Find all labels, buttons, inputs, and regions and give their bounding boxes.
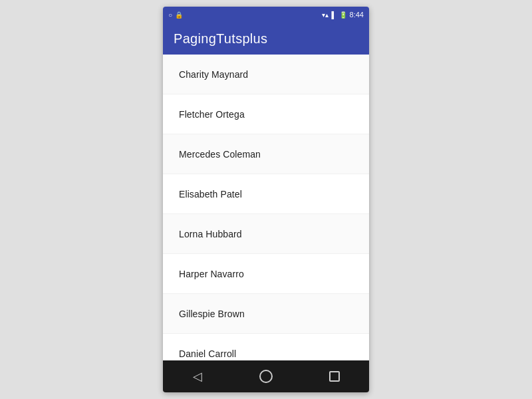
list-item[interactable]: Charity Maynard: [163, 55, 369, 94]
list-item-text: Charity Maynard: [179, 69, 248, 80]
list-item[interactable]: Mercedes Coleman: [163, 134, 369, 174]
back-icon: ◁: [193, 369, 202, 384]
phone-frame: ○ 🔒 ▾▴ ▌ 🔋 8:44 PagingTutsplus Charity M…: [163, 7, 369, 392]
wifi-icon: ▾▴: [322, 11, 329, 19]
list-item-text: Elisabeth Patel: [179, 189, 242, 200]
list-item[interactable]: Daniel Carroll: [163, 334, 369, 360]
list-item-text: Daniel Carroll: [179, 348, 236, 359]
recents-icon: [329, 371, 340, 382]
bottom-nav: ◁: [163, 360, 369, 392]
list-item-text: Lorna Hubbard: [179, 229, 242, 239]
list-item-text: Fletcher Ortega: [179, 109, 245, 120]
list-item[interactable]: Lorna Hubbard: [163, 214, 369, 254]
status-bar-right: ▾▴ ▌ 🔋 8:44: [322, 11, 364, 19]
app-title: PagingTutsplus: [174, 31, 267, 47]
home-button[interactable]: [253, 363, 279, 390]
list-item-text: Mercedes Coleman: [179, 149, 261, 160]
home-icon: [259, 370, 273, 383]
list-item-text: Gillespie Brown: [179, 309, 245, 319]
list-container[interactable]: Charity Maynard Fletcher Ortega Mercedes…: [163, 55, 369, 360]
signal-icon: ▌: [331, 11, 336, 19]
list-item[interactable]: Elisabeth Patel: [163, 174, 369, 214]
list-item[interactable]: Fletcher Ortega: [163, 94, 369, 134]
status-bar-left: ○ 🔒: [168, 11, 183, 19]
status-time: 8:44: [350, 11, 364, 19]
back-button[interactable]: ◁: [184, 363, 211, 390]
list-item[interactable]: Harper Navarro: [163, 254, 369, 294]
list-item-text: Harper Navarro: [179, 269, 244, 279]
recents-button[interactable]: [321, 363, 348, 390]
app-bar: PagingTutsplus: [163, 23, 369, 55]
circle-icon: ○: [168, 11, 172, 19]
list-item[interactable]: Gillespie Brown: [163, 294, 369, 334]
status-bar: ○ 🔒 ▾▴ ▌ 🔋 8:44: [163, 7, 369, 23]
battery-icon: 🔋: [339, 11, 347, 19]
lock-icon: 🔒: [175, 11, 183, 19]
